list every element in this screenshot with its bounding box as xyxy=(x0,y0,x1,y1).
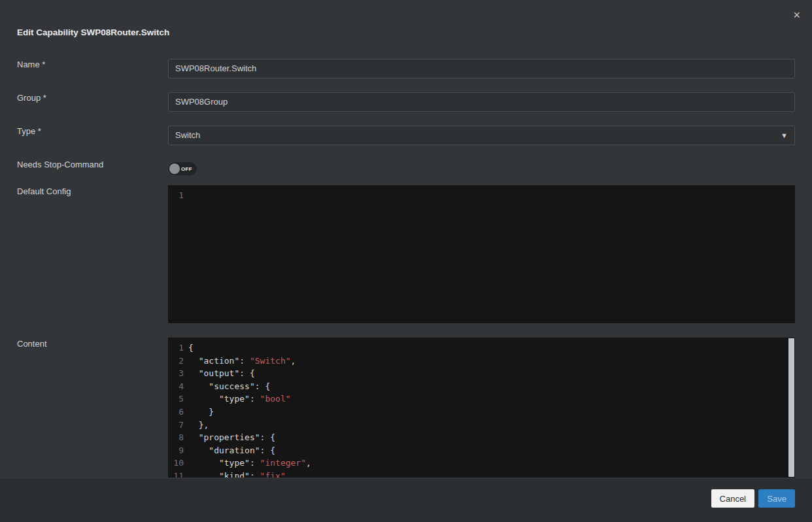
needs-stop-command-label: Needs Stop-Command xyxy=(17,160,103,169)
toggle-knob xyxy=(169,164,180,174)
needs-stop-command-toggle[interactable]: OFF xyxy=(168,162,197,175)
default-config-label: Default Config xyxy=(17,186,71,196)
content-editor-scrollbar[interactable] xyxy=(788,338,794,477)
content-editor[interactable]: 1{2 "action": "Switch",3 "output": {4 "s… xyxy=(168,338,795,478)
dialog-footer: Cancel Save xyxy=(0,479,812,522)
content-code: 1{2 "action": "Switch",3 "output": {4 "s… xyxy=(168,338,795,478)
save-button[interactable]: Save xyxy=(758,489,795,508)
close-icon[interactable]: × xyxy=(793,9,800,21)
group-input[interactable]: SWP08Group xyxy=(168,92,795,112)
type-select-value: Switch xyxy=(175,130,200,140)
edit-capability-dialog: × Edit Capability SWP08Router.Switch Nam… xyxy=(0,0,812,522)
chevron-down-icon: ▼ xyxy=(781,126,788,145)
type-select[interactable]: Switch ▼ xyxy=(168,126,795,145)
group-label: Group * xyxy=(17,93,46,103)
dialog-title: Edit Capability SWP08Router.Switch xyxy=(17,27,169,37)
content-label: Content xyxy=(17,339,47,349)
default-config-code: 1 xyxy=(168,185,795,202)
cancel-button[interactable]: Cancel xyxy=(711,489,754,508)
name-label: Name * xyxy=(17,60,45,69)
default-config-editor[interactable]: 1 xyxy=(168,185,795,323)
type-label: Type * xyxy=(17,126,41,136)
name-input[interactable]: SWP08Router.Switch xyxy=(168,59,795,78)
toggle-state-label: OFF xyxy=(181,166,192,172)
